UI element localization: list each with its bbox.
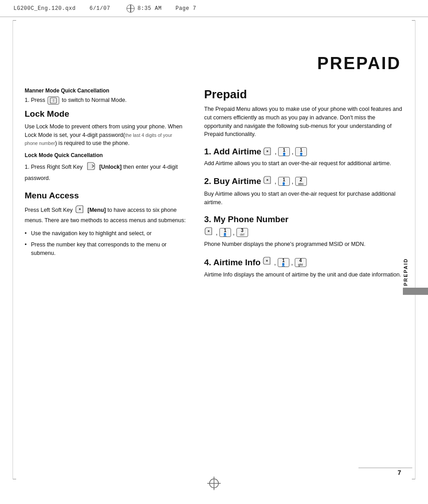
airtime-info-heading: 4. Airtime Info , 1 👤 , 4 ghi [204,257,404,268]
svg-point-2 [79,208,81,210]
corner-mark-bl [13,476,16,479]
airtime-info-softkey-icon [262,257,272,268]
buy-airtime-title: 2. Buy Airtime [204,176,261,186]
prepaid-intro-section: Prepaid The Prepaid Menu allows you to m… [204,88,404,139]
header-time: 8:35 AM [137,5,162,12]
airtime-info-key1: 1 👤 [278,258,289,267]
add-airtime-key1: 1 👤 [278,147,290,156]
menu-bracket: [Menu] [87,207,106,213]
header-file-info: LG200C_Eng.120.qxd [13,5,76,12]
my-phone-number-heading: 3. My Phone Number [204,215,404,224]
svg-point-6 [266,260,268,262]
side-tab-label: PREPAID [403,258,408,286]
page-main-title: PREPAID [317,54,401,73]
buy-airtime-key1: 1 👤 [278,177,290,186]
bottom-line [358,468,412,468]
corner-mark-tl [13,20,16,24]
prepaid-side-tab: PREPAID [403,258,428,295]
buy-airtime-body: Buy Airtime allows you to start an over-… [204,190,404,207]
header-spacing [76,5,90,12]
lock-mode-cancel-title: Lock Mode Quick Cancellation [25,152,186,158]
airtime-info-body: Airtime Info displays the amount of airt… [204,271,404,279]
header-date: 6/1/07 [89,5,110,12]
airtime-info-title: 4. Airtime Info [204,258,261,267]
manner-mode-step1: 1. Press ⇧ to switch to Normal Mode. [25,96,186,105]
prepaid-section-body: The Prepaid Menu allows you to make use … [204,105,404,139]
right-soft-key-icon [86,161,96,174]
add-airtime-body: Add Airtime allows you to start an over-… [204,159,404,168]
manner-mode-title: Manner Mode Quick Cancellation [25,88,186,94]
add-airtime-softkey-icon [263,147,273,156]
my-phone-number-title: 3. My Phone Number [204,215,288,224]
crosshair-icon [127,4,135,13]
buy-airtime-key2: 2 abc [295,177,307,186]
svg-point-3 [266,150,268,152]
left-column: Manner Mode Quick Cancellation 1. Press … [25,88,186,262]
header-page-label: Page [175,5,189,12]
menu-bullet-2: Press the number key that corresponds to… [25,241,186,258]
lock-mode-title: Lock Mode [25,109,186,119]
lock-mode-step1: 1. Press Right Soft Key [Unlock] then en… [25,161,186,183]
svg-text:⇧: ⇧ [52,99,55,103]
svg-point-5 [208,230,210,232]
header-spacing4 [189,5,193,12]
menu-access-bullets: Use the navigation key to highlight and … [25,229,186,257]
menu-bullet-1: Use the navigation key to highlight and … [25,229,186,238]
add-airtime-section: 1. Add Airtime , 1 👤 , 1 👤 Add Airtime a… [204,147,404,168]
side-tab-bar [403,288,428,295]
header-bar: LG200C_Eng.120.qxd 6/1/07 8:35 AM Page 7 [0,0,428,17]
page-border-right [415,20,415,479]
add-airtime-key2: 1 👤 [295,147,307,156]
add-airtime-heading: 1. Add Airtime , 1 👤 , 1 👤 [204,147,404,157]
my-phone-number-body: Phone Number displays the phone's progra… [204,240,404,249]
my-phone-key2: 3 def [236,228,248,237]
buy-airtime-section: 2. Buy Airtime , 1 👤 , 2 abc Buy Airtime… [204,176,404,207]
lock-mode-section: Lock Mode Use Lock Mode to prevent other… [25,109,186,183]
buy-airtime-softkey-icon [263,176,273,187]
shift-key-icon: ⇧ [48,96,59,105]
bottom-crosshair-icon [207,477,221,491]
lock-mode-body: Use Lock Mode to prevent others from usi… [25,123,186,148]
my-phone-key1: 1 👤 [219,228,231,237]
unlock-bracket: [Unlock] [99,164,122,170]
menu-access-title: Menu Access [25,191,186,201]
buy-airtime-heading: 2. Buy Airtime , 1 👤 , 2 abc [204,176,404,187]
my-phone-softkey-icon [204,227,214,237]
header-spacing3 [162,5,175,12]
airtime-info-key2: 4 ghi [295,258,306,267]
page-number: 7 [397,469,401,476]
right-column: Prepaid The Prepaid Menu allows you to m… [204,88,404,287]
svg-point-4 [266,179,268,181]
menu-access-section: Menu Access Press Left Soft Key [Menu] t… [25,191,186,258]
left-soft-key-icon [75,204,85,217]
menu-access-body: Press Left Soft Key [Menu] to have acces… [25,204,186,225]
header-page-num: 7 [193,5,197,12]
airtime-info-section: 4. Airtime Info , 1 👤 , 4 ghi Airtime In… [204,257,404,279]
page-border-left [13,20,13,479]
my-phone-number-keys: , 1 👤 , 3 def [204,227,404,237]
add-airtime-title: 1. Add Airtime [204,147,261,157]
my-phone-number-section: 3. My Phone Number , 1 👤 , 3 def Phone N… [204,215,404,249]
manner-mode-section: Manner Mode Quick Cancellation 1. Press … [25,88,186,105]
prepaid-section-title: Prepaid [204,88,404,101]
header-spacing2 [110,5,124,12]
